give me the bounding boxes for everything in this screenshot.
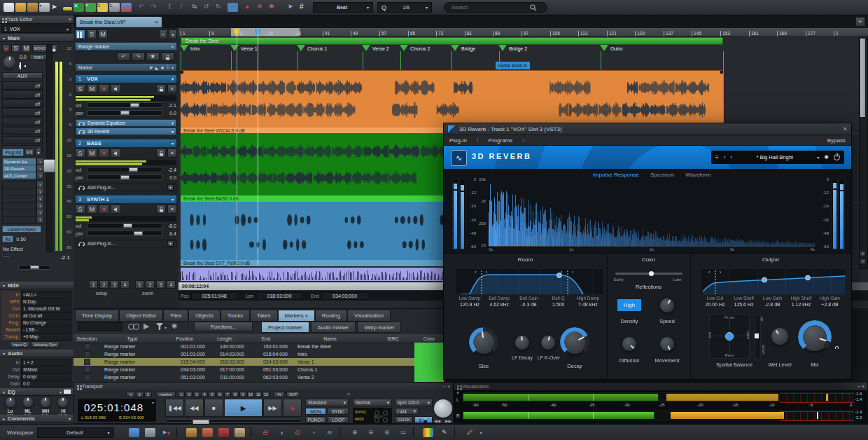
rewind-button[interactable]: ◀◀	[185, 399, 204, 417]
audio-setting-row[interactable]: In1 + 2	[1, 359, 71, 366]
param-readout[interactable]: High Damp 7.48 kHz	[573, 296, 603, 307]
audio-setting-row[interactable]: Delay0 smpl	[1, 373, 71, 380]
plugin-slot[interactable]: Dynamic Eq▾	[2, 158, 44, 165]
row-checkbox[interactable]	[84, 359, 90, 365]
record-button[interactable]: ●	[283, 399, 302, 417]
midi-setting-row[interactable]: MPEN.Dap	[1, 298, 71, 305]
project-tab[interactable]: Break the Steel.VIP×	[76, 17, 162, 27]
midi-setting-row[interactable]: Transp.+0 Map	[1, 334, 71, 340]
track3-mute[interactable]: M	[87, 205, 97, 214]
audio-setting-row[interactable]: OutStMast	[1, 366, 71, 373]
snap-mode-select[interactable]: Beat ▾	[313, 2, 373, 13]
marker-lock-button[interactable]	[161, 53, 174, 61]
input-q-button[interactable]: Input Q	[10, 341, 29, 348]
quantize-select[interactable]: Q 1/8 ▾	[377, 2, 432, 13]
lanes-object-button[interactable]: Lanes+Object	[2, 226, 41, 233]
track3-freeze[interactable]: ✕	[167, 205, 177, 214]
midi-button[interactable]: MIDI	[29, 54, 48, 60]
zoom-all-icon[interactable]: ⊛	[382, 428, 392, 437]
plugin-slot[interactable]: 3D Reverb▾	[2, 165, 44, 172]
solo-button[interactable]: S	[11, 44, 20, 53]
param-readout[interactable]: Bell Q 1.500	[544, 296, 573, 307]
manager-tab[interactable]: Files	[163, 310, 188, 322]
window-controls[interactable]: − ×	[443, 384, 450, 389]
setup-preset-button[interactable]: 1	[89, 280, 98, 289]
column-header[interactable]: End	[244, 336, 288, 341]
zoom-out-button[interactable]: −	[860, 259, 866, 265]
spatial-balance-pad[interactable]: Front Rear left right	[709, 314, 750, 359]
marker-tool-icon[interactable]: ◣	[155, 65, 159, 70]
manager-tab[interactable]: Objects	[188, 310, 220, 322]
column-header[interactable]: Position	[164, 336, 205, 341]
track3-solo[interactable]: S	[75, 205, 85, 214]
stereo-link-icon[interactable]: ≋	[324, 428, 335, 437]
height-slider-handle[interactable]	[755, 334, 759, 338]
param-readout[interactable]: Low Shelf 125.6 Hz	[729, 296, 758, 307]
save-icon[interactable]: ▾	[39, 3, 50, 12]
marker-table-row[interactable]: Range marker 051:03:000 011:00:000 062:0…	[74, 373, 444, 381]
marker-track-bar[interactable]: Marker ◤◣✱⚿▾	[75, 63, 177, 71]
row-checkbox[interactable]	[84, 366, 90, 373]
zoom-preset-button[interactable]: 2	[146, 280, 155, 289]
len-value[interactable]: 018:03:000	[256, 292, 302, 300]
time-signature-select[interactable]: / 4/4▾	[395, 408, 419, 415]
import-icon[interactable]	[27, 3, 38, 12]
note-marker[interactable]: Guitar kicks in	[496, 62, 530, 69]
phones-icon[interactable]	[20, 63, 21, 69]
solo-all-button[interactable]: S	[87, 29, 97, 39]
target-icon[interactable]: ⊙	[292, 428, 302, 437]
row-checkbox[interactable]	[84, 351, 90, 357]
marker-table-row[interactable]: Range marker 034:03:000 017:00:000 051:0…	[74, 366, 444, 373]
track2-lock[interactable]	[156, 149, 166, 158]
plugins-label[interactable]: Plug-ins	[2, 149, 24, 156]
marker-table-row[interactable]: Range marker 001:01:000 014:03:000 015:0…	[74, 350, 444, 358]
wave-edit-icon[interactable]	[234, 428, 245, 437]
play-marker-icon[interactable]: ▶	[144, 322, 149, 331]
marker-search-input[interactable]	[78, 322, 122, 331]
track3-vol-slider[interactable]	[87, 223, 162, 228]
plugin-slot[interactable]: eFX_Compr▾	[2, 172, 44, 179]
room-damping-graph[interactable]: ‹› ‹›	[455, 268, 604, 295]
mute-button[interactable]: M	[22, 44, 31, 53]
spectrum-icon[interactable]	[423, 428, 433, 437]
track1-fx-slot2[interactable]: 3D Reverb▾	[76, 128, 176, 135]
marker-recall-button[interactable]: 7	[224, 392, 231, 397]
loop-icon[interactable]: ↻	[216, 3, 226, 12]
column-header[interactable]: Name	[288, 336, 372, 341]
pan-knob[interactable]	[4, 56, 15, 68]
plugin-slot-empty[interactable]: ▾	[2, 202, 44, 209]
functions-button[interactable]: Functions...	[194, 322, 253, 331]
marker-recall-button[interactable]: 8	[232, 392, 239, 397]
undo-icon[interactable]: ↶	[139, 3, 149, 12]
brush-icon[interactable]: 🖉	[464, 428, 475, 437]
play-button[interactable]: ▶	[224, 399, 262, 417]
param-readout[interactable]: Bell Gain -0.3 dB	[514, 296, 543, 307]
decay-knob[interactable]	[563, 330, 587, 354]
wet-level-knob[interactable]	[771, 328, 788, 345]
track1-solo[interactable]: S	[75, 84, 85, 93]
chevron-down-icon[interactable]: ▾	[479, 430, 482, 435]
aux-send-slot[interactable]: off	[2, 127, 43, 135]
row-checkbox[interactable]	[84, 343, 90, 350]
edit-pencil-icon[interactable]: ✎	[439, 428, 449, 437]
locator1-button[interactable]: 1	[136, 392, 144, 397]
click-button[interactable]: CLICK	[395, 416, 413, 423]
track2-solo[interactable]: S	[75, 149, 85, 158]
plugin-slot-empty[interactable]: ▾	[2, 188, 44, 195]
column-header[interactable]: Type	[100, 336, 164, 341]
rd-button[interactable]: Rd	[2, 235, 13, 242]
marker-set-icon[interactable]: ✻	[257, 3, 267, 12]
zoom-preset-button[interactable]: 3	[156, 280, 165, 289]
mon-button[interactable]: MON	[305, 408, 326, 415]
plugin-titlebar[interactable]: 3D Reverb - Track 1 "VOX" Slot 3 (VST3) …	[444, 123, 851, 135]
manager-tab[interactable]: Markers ×	[278, 310, 316, 322]
chevron-down-icon[interactable]: ▾	[152, 400, 154, 405]
range-icon[interactable]	[227, 3, 238, 12]
sync-button[interactable]: SYNC	[328, 408, 349, 415]
row-checkbox[interactable]	[84, 374, 90, 380]
forward-button[interactable]: ▶▶	[263, 399, 282, 417]
section-eq-header[interactable]: ▾EQ ▾	[0, 388, 74, 396]
zoom-preset-button[interactable]: 1	[135, 280, 144, 289]
speed-knob[interactable]	[660, 298, 674, 312]
marker-recall-button[interactable]: 9	[239, 392, 246, 397]
